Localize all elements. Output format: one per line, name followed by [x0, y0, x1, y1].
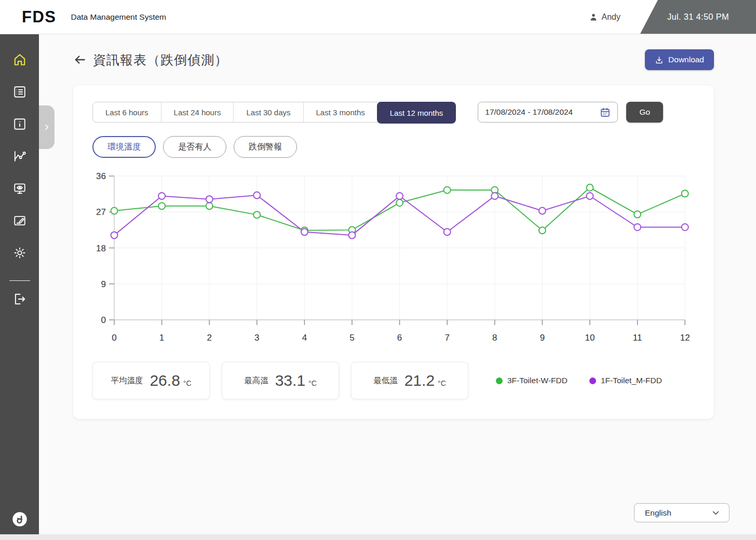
sidebar-brand	[0, 511, 39, 527]
svg-text:12: 12	[680, 333, 690, 343]
top-bar: FDS Data Management System Andy Jul. 31 …	[0, 0, 756, 34]
legend-dot-green	[496, 377, 503, 384]
chevron-down-icon	[711, 508, 720, 517]
brand-logo-icon	[12, 511, 28, 527]
stat-value: 33.1	[275, 372, 305, 389]
calendar-icon[interactable]	[600, 107, 611, 118]
summary-row: 平均溫度 26.8 °C 最高溫 33.1 °C 最低溫	[92, 362, 695, 399]
edit-board-icon	[13, 214, 26, 227]
report-card: Last 6 hours Last 24 hours Last 30 days …	[73, 85, 714, 419]
sidebar-item-records[interactable]	[13, 85, 26, 99]
legend-label: 3F-Toilet-W-FDD	[507, 376, 568, 385]
range-tab-last-6-hours[interactable]: Last 6 hours	[93, 102, 161, 122]
info-icon	[13, 117, 26, 131]
legend-item-1f-toilet[interactable]: 1F-Toilet_M-FDD	[589, 376, 662, 385]
user-menu[interactable]: Andy	[589, 12, 620, 22]
stat-value: 26.8	[150, 372, 180, 389]
user-name: Andy	[602, 12, 620, 22]
svg-text:9: 9	[540, 333, 545, 343]
svg-text:6: 6	[397, 333, 402, 343]
page-title: 資訊報表（跌倒偵測）	[93, 51, 228, 69]
svg-text:10: 10	[585, 333, 595, 343]
download-button[interactable]: Download	[645, 49, 714, 70]
svg-text:9: 9	[101, 279, 106, 289]
svg-text:4: 4	[302, 333, 307, 343]
legend-label: 1F-Toilet_M-FDD	[601, 376, 662, 385]
window-bottom-edge	[0, 534, 756, 540]
stat-label: 最低溫	[373, 375, 398, 386]
language-select[interactable]: English	[634, 503, 730, 522]
svg-text:8: 8	[492, 333, 497, 343]
stat-card-min-temp: 最低溫 21.2 °C	[351, 362, 468, 399]
stat-unit: °C	[183, 379, 192, 387]
go-button[interactable]: Go	[626, 102, 663, 123]
legend-item-3f-toilet[interactable]: 3F-Toilet-W-FDD	[496, 376, 568, 385]
app-window: FDS Data Management System Andy Jul. 31 …	[0, 0, 756, 540]
chart-area: 091827360123456789101112	[92, 171, 695, 344]
svg-text:3: 3	[254, 333, 259, 343]
stat-label: 最高溫	[244, 375, 268, 386]
temperature-line-chart: 091827360123456789101112	[92, 171, 690, 344]
range-tab-last-30-days[interactable]: Last 30 days	[233, 102, 303, 122]
download-label: Download	[668, 55, 704, 64]
sidebar-divider	[9, 280, 30, 281]
monitor-icon	[13, 182, 26, 195]
back-button[interactable]	[73, 52, 89, 68]
date-range-value: 17/08/2024 - 17/08/2024	[485, 107, 573, 117]
home-icon	[13, 53, 26, 66]
svg-text:2: 2	[207, 333, 211, 343]
title-row: 資訊報表（跌倒偵測） Download	[73, 47, 714, 73]
svg-text:7: 7	[444, 333, 449, 343]
main-content: 資訊報表（跌倒偵測） Download Last 6 hours Last 24…	[39, 34, 756, 540]
list-icon	[13, 85, 26, 99]
app-title: Data Management System	[71, 12, 167, 22]
topbar-right: Andy Jul. 31 4:50 PM	[589, 0, 756, 34]
download-icon	[655, 56, 664, 64]
svg-text:11: 11	[633, 333, 642, 343]
pill-fall-alarm[interactable]: 跌倒警報	[234, 136, 297, 158]
range-tab-last-12-months[interactable]: Last 12 months	[377, 102, 456, 124]
sidebar-item-info[interactable]	[13, 117, 26, 131]
settings-icon	[13, 246, 26, 260]
fds-logo: FDS	[22, 8, 57, 26]
stat-unit: °C	[308, 379, 317, 387]
language-selected: English	[645, 508, 671, 518]
controls-row: Last 6 hours Last 24 hours Last 30 days …	[92, 102, 695, 123]
time-range-tabs: Last 6 hours Last 24 hours Last 30 days …	[92, 102, 456, 123]
svg-text:18: 18	[96, 244, 106, 253]
pill-env-temperature[interactable]: 環境溫度	[92, 136, 156, 158]
svg-text:0: 0	[101, 315, 106, 325]
sidebar-item-monitor[interactable]	[13, 182, 26, 195]
date-range-group: 17/08/2024 - 17/08/2024 Go	[478, 102, 663, 123]
date-range-input[interactable]: 17/08/2024 - 17/08/2024	[478, 102, 618, 123]
sidebar-item-reports[interactable]	[13, 150, 26, 163]
range-tab-last-3-months[interactable]: Last 3 months	[303, 102, 377, 122]
analytics-icon	[13, 150, 26, 163]
svg-text:36: 36	[96, 171, 106, 181]
chart-legend: 3F-Toilet-W-FDD 1F-Toilet_M-FDD	[496, 376, 662, 385]
sidebar-expand-handle[interactable]	[39, 105, 55, 149]
stat-card-average-temp: 平均溫度 26.8 °C	[92, 362, 210, 399]
stat-unit: °C	[438, 379, 446, 387]
clock-display: Jul. 31 4:50 PM	[640, 0, 756, 34]
svg-text:27: 27	[96, 207, 106, 217]
sidebar-item-settings[interactable]	[13, 246, 26, 260]
sidebar-nav	[0, 34, 39, 534]
sidebar-item-logout[interactable]	[13, 292, 26, 306]
svg-text:1: 1	[159, 333, 164, 343]
stat-value: 21.2	[404, 372, 435, 389]
arrow-left-icon	[73, 53, 87, 66]
pill-occupancy[interactable]: 是否有人	[163, 136, 226, 158]
logout-icon	[13, 292, 26, 306]
stat-card-max-temp: 最高溫 33.1 °C	[222, 362, 339, 399]
svg-text:0: 0	[112, 333, 116, 343]
legend-dot-purple	[589, 377, 596, 384]
range-tab-last-24-hours[interactable]: Last 24 hours	[161, 102, 234, 122]
sidebar-item-home[interactable]	[13, 53, 26, 66]
stat-label: 平均溫度	[111, 375, 143, 386]
svg-text:5: 5	[349, 333, 354, 343]
user-icon	[589, 12, 598, 22]
chevron-right-icon	[43, 124, 50, 131]
sidebar-item-edit[interactable]	[13, 214, 26, 227]
metric-filter-pills: 環境溫度 是否有人 跌倒警報	[92, 136, 695, 158]
